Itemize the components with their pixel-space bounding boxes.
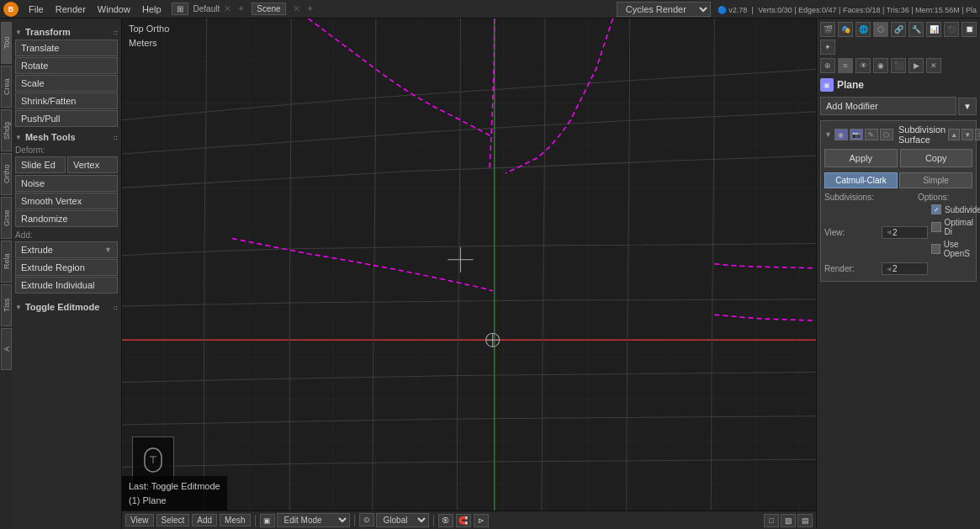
modifier-controls: ▲ ▼ ✕ [948, 129, 980, 140]
modifier-realtime-icon[interactable]: ◉ [834, 129, 848, 140]
use-opens-checkbox[interactable] [931, 244, 940, 254]
sidebar-tab-a[interactable]: A [1, 328, 12, 370]
push-pull-button[interactable]: Push/Pull [15, 110, 118, 127]
mesh-tools-section-dots: :: [114, 134, 118, 141]
copy-button[interactable]: Copy [900, 149, 973, 167]
snap-icon[interactable]: 🧲 [456, 514, 471, 527]
separator-3 [433, 515, 434, 526]
add-menu-button[interactable]: Add [192, 514, 217, 526]
texture-props-icon[interactable]: 🔲 [961, 22, 977, 37]
optimal-di-checkbox[interactable] [931, 222, 941, 232]
shrink-flatten-button[interactable]: Shrink/Fatten [15, 93, 118, 109]
rotate-button[interactable]: Rotate [15, 57, 118, 74]
menu-bar: File Render Window Help [24, 3, 167, 16]
catmull-clark-tab[interactable]: Catmull-Clark [824, 172, 898, 188]
modifier-name-label: Subdivision Surface [898, 124, 946, 145]
sidebar-tab-tiss[interactable]: Tiss [1, 284, 12, 326]
view-persp-icon[interactable]: □ [764, 514, 779, 527]
modifier-up-button[interactable]: ▲ [948, 129, 960, 140]
layer-icon[interactable]: ⬛ [891, 58, 906, 73]
render-value: 2 [893, 264, 898, 273]
extrude-label: Extrude [21, 245, 53, 255]
extrude-individual-button[interactable]: Extrude Individual [15, 277, 118, 294]
viewport[interactable]: Top Ortho Meters [122, 19, 816, 510]
material-props-icon[interactable]: ⚫ [944, 22, 959, 37]
proportional-edit-icon[interactable]: ⦿ [438, 514, 453, 527]
select-menu-button[interactable]: Select [156, 514, 190, 526]
last-op-line2: (1) Plane [129, 494, 220, 508]
extrude-dropdown[interactable]: Extrude ▼ [15, 241, 118, 258]
modifier-panel: ▼ ◉ 📷 ✎ ⬡ Subdivision Surface ▲ ▼ ✕ Appl… [820, 120, 977, 282]
render-decrement-icon[interactable]: ◀ [887, 266, 891, 272]
noise-button[interactable]: Noise [15, 175, 118, 192]
apply-button[interactable]: Apply [824, 149, 898, 167]
subdivide-checkbox[interactable]: ✓ [931, 204, 941, 214]
eye-icon[interactable]: 👁 [856, 58, 871, 73]
render-engine-select[interactable]: Cycles Render Blender Render [617, 2, 711, 17]
mode-select[interactable]: Edit Mode Object Mode Sculpt Mode [277, 513, 350, 527]
sidebar-tab-ortho[interactable]: Ortho [1, 153, 12, 195]
menu-help[interactable]: Help [137, 3, 167, 16]
use-opens-label: Use OpenS [944, 240, 980, 258]
modifier-edit-icon[interactable]: ✎ [865, 129, 878, 140]
render-props-icon[interactable]: 🎬 [820, 22, 835, 37]
modifier-delete-button[interactable]: ✕ [975, 129, 980, 140]
editor-type-button[interactable]: ⊞ [172, 3, 188, 15]
menu-window[interactable]: Window [93, 3, 135, 16]
scene-button[interactable]: Scene [252, 3, 285, 15]
last-op-line1: Last: Toggle Editmode [129, 479, 220, 494]
subdivision-tabs: Catmull-Clark Simple [824, 172, 972, 188]
modifier-render-icon[interactable]: 📷 [850, 129, 863, 140]
mirror-icon[interactable]: ⊳ [474, 514, 489, 527]
modifiers-icon[interactable]: 🔧 [908, 22, 924, 37]
view-side-icon[interactable]: ▤ [797, 514, 813, 527]
menu-file[interactable]: File [24, 3, 49, 16]
sidebar-tab-grease[interactable]: Grse [1, 197, 12, 239]
stats-info: Verts:0/30 | Edges:0/47 | Faces:0/18 | T… [758, 6, 977, 14]
sidebar-tab-shading[interactable]: Shdg [1, 109, 12, 151]
modifier-icons: ◉ 📷 ✎ ⬡ [834, 129, 893, 140]
particles-icon[interactable]: ✦ [820, 40, 835, 55]
data-props-icon[interactable]: 📊 [926, 22, 941, 37]
scene-props-icon[interactable]: 🎭 [838, 22, 853, 37]
view-front-icon[interactable]: ▨ [781, 514, 796, 527]
mesh-icon: ▣ [260, 514, 275, 527]
transform-lock-icon[interactable]: ⊕ [820, 58, 835, 73]
view-decrement-icon[interactable]: ◀ [887, 229, 891, 235]
randomize-button[interactable]: Randomize [15, 210, 118, 227]
modifier-cage-icon[interactable]: ⬡ [880, 129, 893, 140]
modifier-stack-icon[interactable]: ≡ [838, 58, 853, 73]
render-value-field[interactable]: ◀ 2 [882, 262, 928, 275]
slide-edge-button[interactable]: Slide Ed [15, 156, 66, 173]
world-props-icon[interactable]: 🌐 [856, 22, 871, 37]
global-transform-icon[interactable]: ⊙ [359, 513, 374, 526]
extrude-arrow: ▼ [104, 246, 112, 254]
transform-orientation-select[interactable]: Global Local Normal [376, 513, 429, 527]
smooth-vertex-button[interactable]: Smooth Vertex [15, 193, 118, 209]
use-opens-checkbox-row: Use OpenS [931, 240, 980, 258]
sidebar-tab-create[interactable]: Crea [1, 66, 12, 108]
close-sidebar-icon[interactable]: ✕ [926, 58, 941, 73]
translate-button[interactable]: Translate [15, 40, 118, 56]
modifier-expand-arrow[interactable]: ▼ [824, 130, 832, 139]
sidebar-tab-relations[interactable]: Rela [1, 241, 12, 283]
modifier-header: ▼ ◉ 📷 ✎ ⬡ Subdivision Surface ▲ ▼ ✕ [824, 124, 972, 145]
add-modifier-button[interactable]: Add Modifier [820, 97, 956, 115]
simple-tab[interactable]: Simple [899, 172, 972, 188]
menu-render[interactable]: Render [50, 3, 91, 16]
constraints-icon[interactable]: 🔗 [891, 22, 906, 37]
object-props-icon[interactable]: ⬡ [873, 22, 888, 37]
extrude-region-button[interactable]: Extrude Region [15, 259, 118, 276]
add-modifier-arrow-button[interactable]: ▼ [958, 98, 977, 115]
view-value-field[interactable]: ◀ 2 [882, 226, 928, 239]
custom-props-icon[interactable]: ▶ [908, 58, 924, 73]
scale-button[interactable]: Scale [15, 75, 118, 92]
visibility-icon[interactable]: ◉ [873, 58, 888, 73]
sidebar-tab-tools[interactable]: Too [1, 22, 12, 64]
object-name-label: Plane [837, 79, 864, 91]
mesh-menu-button[interactable]: Mesh [220, 514, 250, 526]
vertex-button[interactable]: Vertex [67, 156, 118, 173]
view-menu-button[interactable]: View [125, 514, 154, 526]
viewport-canvas[interactable] [122, 19, 816, 510]
modifier-down-button[interactable]: ▼ [961, 129, 973, 140]
